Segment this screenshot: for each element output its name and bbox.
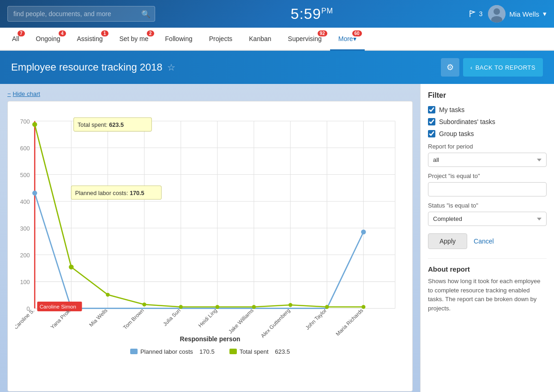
project-label: Project "is equal to" — [428, 172, 547, 179]
svg-text:600: 600 — [20, 145, 30, 152]
svg-text:Caroline S.: Caroline S. — [15, 307, 36, 330]
svg-text:Maria Richards: Maria Richards — [334, 307, 364, 337]
svg-text:100: 100 — [20, 279, 30, 285]
legend-planned: Planned labor costs 170.5 — [130, 348, 215, 355]
tab-set-by-me[interactable]: Set by me 2 — [111, 28, 157, 51]
tab-supervising[interactable]: Supervising 92 — [280, 28, 330, 51]
dot-planned-caroline — [32, 190, 37, 196]
search-wrapper: 🔍 — [7, 6, 155, 22]
tab-more[interactable]: More ▾ 60 — [330, 28, 365, 51]
group-tasks-label[interactable]: Group tasks — [439, 130, 474, 137]
period-label: Report for period — [428, 143, 547, 150]
total-spent-line — [35, 125, 363, 307]
project-input[interactable] — [428, 182, 547, 196]
svg-text:200: 200 — [20, 252, 30, 259]
header-actions: ⚙ ‹ BACK TO REPORTS — [441, 58, 543, 77]
tab-all[interactable]: All 7 — [4, 28, 28, 51]
tab-projects[interactable]: Projects — [201, 28, 241, 51]
clock-display: 5:59PM — [161, 6, 463, 23]
dot-total-john — [325, 305, 329, 309]
period-select[interactable]: all today this week this month custom — [428, 153, 547, 167]
my-tasks-label[interactable]: My tasks — [439, 106, 464, 113]
dot-total-tom — [142, 303, 146, 306]
search-icon: 🔍 — [141, 10, 151, 18]
dot-total-caroline — [32, 122, 37, 127]
x-axis-labels: Caroline S. Yana Prok. Mia Wells Tom Bro… — [15, 307, 364, 339]
about-report: About report Shows how long it took for … — [428, 258, 547, 313]
dot-total-mia — [106, 293, 109, 297]
dot-total-heidi — [216, 305, 219, 309]
svg-text:Jake Williams: Jake Williams — [227, 307, 254, 334]
legend-total-color — [229, 349, 237, 354]
back-to-reports-button[interactable]: ‹ BACK TO REPORTS — [463, 58, 543, 77]
group-tasks-checkbox[interactable] — [428, 130, 435, 137]
tab-ongoing[interactable]: Ongoing 4 — [28, 28, 69, 51]
status-label: Status "is equal to" — [428, 202, 547, 209]
about-text: Shows how long it took for each employee… — [428, 277, 547, 313]
filter-title: Filter — [428, 91, 547, 100]
status-select[interactable]: Completed In progress Deferred Not start… — [428, 212, 547, 226]
page-header: Employee resource tracking 2018 ☆ ⚙ ‹ BA… — [0, 51, 554, 84]
svg-text:Alex Guttenberg: Alex Guttenberg — [259, 307, 291, 339]
svg-text:Heidi Ling: Heidi Ling — [197, 307, 218, 328]
tooltip-total-text: Total spent: 623.5 — [78, 122, 124, 128]
my-tasks-checkbox[interactable] — [428, 106, 435, 113]
subordinates-checkbox[interactable] — [428, 118, 435, 125]
cancel-button[interactable]: Cancel — [472, 233, 496, 249]
planned-costs-line — [35, 193, 363, 309]
page-title-area: Employee resource tracking 2018 ☆ — [11, 61, 175, 73]
svg-point-1 — [494, 8, 500, 15]
svg-text:Mia Wells: Mia Wells — [88, 307, 108, 328]
subordinates-label[interactable]: Subordinates' tasks — [439, 118, 495, 125]
back-arrow-icon: ‹ — [470, 64, 473, 71]
badge-ongoing: 4 — [59, 30, 66, 36]
about-title: About report — [428, 265, 547, 273]
svg-text:Julia Sun: Julia Sun — [162, 307, 181, 327]
tab-assisting[interactable]: Assisting 1 — [69, 28, 111, 51]
dot-total-julia — [179, 305, 182, 309]
badge-more: 60 — [352, 30, 362, 36]
badge-all: 7 — [18, 30, 25, 36]
svg-text:500: 500 — [20, 172, 30, 178]
svg-text:300: 300 — [20, 226, 30, 232]
nav-tabs: All 7 Ongoing 4 Assisting 1 Set by me 2 … — [0, 28, 554, 51]
dot-planned-maria — [361, 230, 366, 235]
badge-set-by-me: 2 — [147, 30, 154, 36]
main-content: − Hide chart 700 600 500 400 300 200 100… — [0, 84, 554, 392]
filter-panel: Filter My tasks Subordinates' tasks Grou… — [420, 84, 554, 392]
filter-actions: Apply Cancel — [428, 233, 547, 249]
badge-supervising: 92 — [318, 30, 327, 36]
group-tasks-row: Group tasks — [428, 130, 547, 137]
favorite-star-icon[interactable]: ☆ — [167, 62, 175, 73]
dot-total-maria — [361, 305, 365, 309]
chevron-down-icon: ▾ — [543, 10, 547, 18]
legend-planned-color — [130, 349, 138, 354]
tab-kanban[interactable]: Kanban — [241, 28, 279, 51]
svg-text:700: 700 — [20, 119, 30, 125]
username: Mia Wells — [509, 10, 539, 18]
dot-total-alex — [289, 303, 292, 307]
chart-legend: Planned labor costs 170.5 Total spent 62… — [15, 348, 405, 355]
user-menu[interactable]: Mia Wells ▾ — [488, 5, 547, 23]
chart-area: − Hide chart 700 600 500 400 300 200 100… — [0, 84, 420, 392]
avatar — [488, 5, 506, 23]
search-input[interactable] — [7, 6, 155, 22]
subordinates-row: Subordinates' tasks — [428, 118, 547, 125]
settings-button[interactable]: ⚙ — [441, 58, 459, 77]
tab-following[interactable]: Following — [157, 28, 201, 51]
svg-text:John Taylor: John Taylor — [304, 307, 328, 331]
x-axis-label: Responsible person — [180, 336, 241, 342]
svg-text:400: 400 — [20, 199, 30, 205]
line-chart: 700 600 500 400 300 200 100 0 — [15, 109, 405, 343]
flag-icon — [469, 10, 477, 18]
topbar: 🔍 5:59PM 3 Mia Wells ▾ — [0, 0, 554, 28]
my-tasks-row: My tasks — [428, 106, 547, 113]
hide-chart-link[interactable]: − Hide chart — [7, 90, 40, 97]
legend-total: Total spent 623.5 — [229, 348, 290, 355]
minus-icon: − — [7, 90, 11, 97]
flag-badge[interactable]: 3 — [469, 10, 482, 18]
chart-container: 700 600 500 400 300 200 100 0 — [7, 101, 413, 392]
apply-button[interactable]: Apply — [428, 233, 467, 249]
tooltip-planned-text: Planned labor costs: 170.5 — [75, 190, 145, 196]
dot-total-jake — [252, 305, 256, 309]
